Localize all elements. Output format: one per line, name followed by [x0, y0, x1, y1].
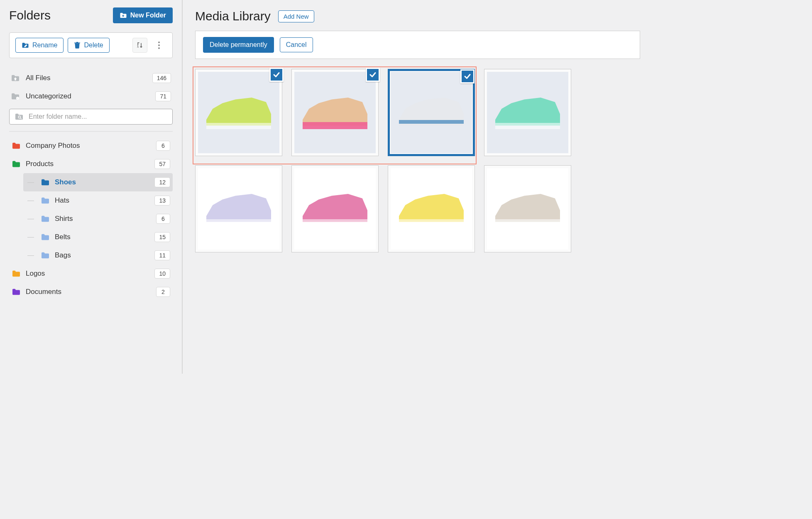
media-thumbnail[interactable] [195, 69, 282, 156]
media-image [294, 72, 376, 153]
uncategorized-row[interactable]: ! Uncategorized 71 [9, 87, 173, 105]
media-image [294, 168, 376, 250]
media-thumbnail[interactable] [388, 165, 475, 252]
media-thumbnail[interactable] [195, 165, 282, 252]
new-folder-label: New Folder [130, 12, 166, 19]
selected-check-icon [366, 68, 380, 82]
uncategorized-count: 71 [155, 91, 171, 101]
media-thumbnail[interactable] [291, 69, 379, 156]
folder-icon [12, 160, 21, 168]
folder-label: Documents [26, 288, 151, 296]
folder-icon [41, 179, 50, 186]
folder-label: Company Photos [26, 142, 151, 150]
tree-connector: — [27, 215, 36, 223]
folder-item-company photos[interactable]: Company Photos 6 [9, 137, 173, 155]
folder-label: Logos [26, 269, 149, 278]
rename-button[interactable]: Rename [15, 38, 64, 53]
folder-tree: Company Photos 6 Products 57 — Shoes 12 … [9, 137, 173, 301]
svg-text:!: ! [17, 97, 18, 100]
folder-item-documents[interactable]: Documents 2 [9, 283, 173, 301]
all-files-count: 146 [152, 73, 171, 83]
folder-count: 57 [154, 159, 170, 169]
home-folder-icon [11, 74, 20, 82]
folder-label: Shoes [55, 178, 149, 186]
media-image [198, 168, 279, 250]
folder-count: 10 [154, 269, 170, 279]
folders-title: Folders [9, 8, 51, 22]
new-folder-button[interactable]: New Folder [113, 7, 173, 23]
media-library: Media Library Add New Delete permanently… [183, 0, 648, 374]
media-thumbnail[interactable] [388, 69, 475, 156]
sort-button[interactable]: AZ [132, 38, 147, 53]
folder-icon [12, 142, 21, 149]
add-new-button[interactable]: Add New [278, 10, 314, 22]
bulk-action-bar: Delete permanently Cancel [195, 31, 640, 59]
folder-count: 11 [154, 250, 170, 260]
folder-count: 6 [156, 214, 170, 224]
folder-item-shoes[interactable]: — Shoes 12 [23, 173, 173, 191]
folder-item-bags[interactable]: — Bags 11 [23, 246, 173, 264]
folder-icon [41, 233, 50, 241]
divider [9, 131, 173, 132]
more-options-button[interactable] [152, 38, 166, 53]
trash-icon [74, 42, 81, 49]
media-thumbnail[interactable] [484, 69, 571, 156]
folder-plus-icon [120, 12, 127, 19]
media-image [391, 72, 472, 153]
media-image [487, 72, 568, 153]
media-image [198, 72, 279, 153]
folder-label: Shirts [55, 215, 151, 223]
svg-point-6 [158, 42, 160, 43]
tree-connector: — [27, 233, 36, 241]
tree-connector: — [27, 179, 36, 186]
folder-search-input[interactable] [29, 113, 167, 120]
folder-item-products[interactable]: Products 57 [9, 155, 173, 173]
media-library-title: Media Library [195, 9, 271, 23]
selected-check-icon [460, 69, 474, 83]
folders-sidebar: Folders New Folder Rename Delete [0, 0, 183, 374]
media-image [487, 168, 568, 250]
folder-search-icon [15, 113, 24, 120]
folder-icon [41, 252, 50, 259]
folder-count: 13 [154, 196, 170, 206]
selected-check-icon [269, 68, 284, 82]
delete-folder-button[interactable]: Delete [68, 38, 109, 53]
sort-alpha-icon: AZ [136, 42, 144, 49]
svg-rect-1 [122, 15, 124, 16]
folder-search[interactable] [9, 109, 173, 125]
folder-label: Belts [55, 233, 149, 241]
media-grid [195, 69, 640, 252]
folder-label: Bags [55, 251, 149, 260]
folder-count: 15 [154, 232, 170, 242]
svg-rect-3 [74, 43, 80, 44]
svg-point-7 [158, 44, 160, 46]
folder-count: 6 [156, 141, 170, 151]
ellipsis-vertical-icon [158, 41, 160, 49]
folder-icon [12, 270, 21, 277]
folder-label: Hats [55, 196, 149, 205]
tree-connector: — [27, 252, 36, 259]
folder-toolbar: Rename Delete AZ [9, 32, 173, 58]
uncategorized-icon: ! [11, 93, 20, 100]
folder-icon [41, 197, 50, 204]
tree-connector: — [27, 197, 36, 204]
delete-permanently-button[interactable]: Delete permanently [203, 37, 274, 53]
folder-icon [12, 288, 21, 296]
folder-edit-icon [22, 42, 29, 49]
folder-count: 2 [156, 287, 170, 297]
media-thumbnail[interactable] [484, 165, 571, 252]
folder-item-hats[interactable]: — Hats 13 [23, 191, 173, 210]
svg-point-9 [16, 97, 19, 100]
folder-item-logos[interactable]: Logos 10 [9, 264, 173, 283]
folder-item-belts[interactable]: — Belts 15 [23, 228, 173, 246]
folder-icon [41, 215, 50, 223]
media-image [391, 168, 472, 250]
folder-label: Products [26, 160, 149, 168]
cancel-button[interactable]: Cancel [280, 37, 313, 52]
folder-item-shirts[interactable]: — Shirts 6 [23, 210, 173, 228]
folder-count: 12 [154, 177, 170, 187]
all-files-row[interactable]: All Files 146 [9, 69, 173, 87]
svg-point-8 [158, 47, 160, 49]
media-thumbnail[interactable] [291, 165, 379, 252]
